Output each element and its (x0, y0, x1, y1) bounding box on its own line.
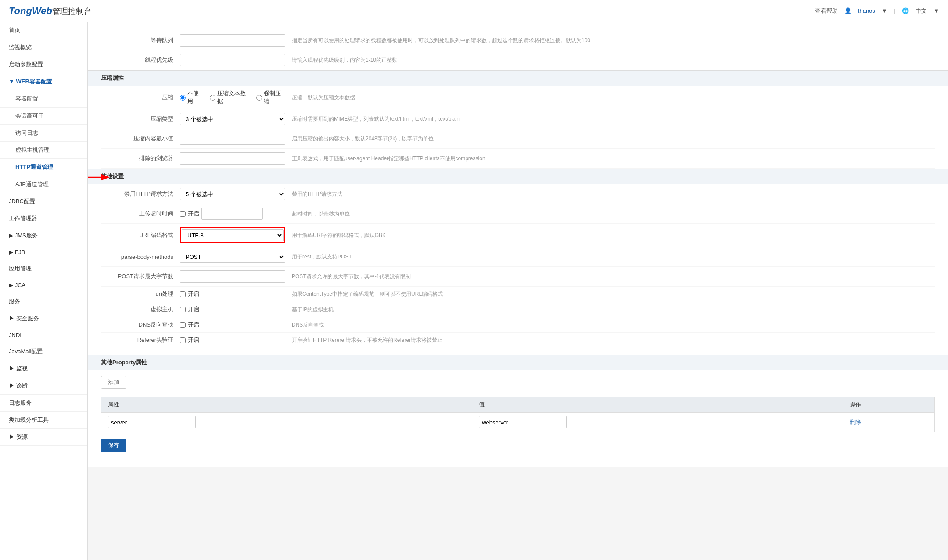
compression-radio-text-input[interactable] (210, 95, 215, 101)
sidebar-item-monitor[interactable]: 监视概览 (0, 39, 87, 56)
add-property-button[interactable]: 添加 (101, 376, 126, 389)
compression-min-row: 压缩内容最小值 启用压缩的输出内容大小，默认2048字节(2k)，以字节为单位 (101, 129, 935, 149)
value-input[interactable] (479, 416, 567, 428)
lang-dropdown-icon[interactable]: ▼ (934, 7, 939, 14)
sidebar-item-jdbc[interactable]: JDBC配置 (0, 193, 87, 210)
sidebar-item-work-manager[interactable]: 工作管理器 (0, 210, 87, 227)
compression-type-row: 压缩类型 3 个被选中 压缩时需要用到的MIME类型，列表默认为text/htm… (101, 109, 935, 129)
dns-reverse-checkbox[interactable] (180, 322, 186, 328)
sidebar-item-jms[interactable]: ▶ JMS服务 (0, 227, 87, 244)
upload-timeout-input[interactable] (201, 208, 263, 220)
user-dropdown-icon[interactable]: ▼ (882, 7, 887, 14)
sidebar-item-access-log[interactable]: 访问日志 (0, 125, 87, 142)
uri-checkbox[interactable] (180, 291, 186, 297)
sidebar-item-web-container[interactable]: ▼ WEB容器配置 (0, 73, 87, 90)
referer-desc: 开启验证HTTP Rererer请求头，不被允许的Referer请求将被禁止 (292, 337, 935, 344)
attr-input[interactable] (108, 416, 196, 428)
compression-radio-force-input[interactable] (256, 95, 262, 101)
sidebar-web-container-arrow: ▼ (9, 78, 16, 85)
upload-timeout-checkbox[interactable] (180, 211, 186, 217)
lang-label[interactable]: 中文 (916, 7, 927, 15)
virtual-host-checkbox[interactable] (180, 307, 186, 312)
username[interactable]: thanos (858, 7, 875, 14)
thread-priority-row: 线程优先级 5 请输入线程优先级级别，内容为1-10的正整数 (101, 50, 935, 70)
sidebar-resources-arrow: ▶ (9, 434, 16, 440)
sidebar-ejb-arrow: ▶ (9, 249, 15, 255)
sidebar-item-http-channel[interactable]: HTTP通道管理 (0, 159, 87, 176)
compression-label: 压缩 (101, 93, 180, 101)
content-area: 等待队列 100 指定当所有可以使用的处理请求的线程数都被使用时，可以放到处理队… (88, 22, 948, 467)
compression-type-desc: 压缩时需要用到的MIME类型，列表默认为text/html，text/xml，t… (292, 115, 935, 123)
save-button[interactable]: 保存 (101, 439, 126, 452)
referer-checkbox[interactable] (180, 337, 186, 343)
compression-row: 压缩 不使用 压缩文本数据 强制压缩 (101, 86, 935, 109)
url-encoding-control: UTF-8 (180, 227, 285, 243)
sidebar-item-jndi[interactable]: JNDI (0, 327, 87, 343)
sidebar-item-jca[interactable]: ▶ JCA (0, 277, 87, 293)
sidebar-jms-arrow: ▶ (9, 232, 15, 239)
sidebar-item-container-config[interactable]: 容器配置 (0, 90, 87, 108)
sidebar-item-startup[interactable]: 启动参数配置 (0, 56, 87, 73)
sidebar-jca-arrow: ▶ (9, 282, 15, 288)
compression-radio-force[interactable]: 强制压缩 (256, 90, 285, 105)
compression-type-label: 压缩类型 (101, 115, 180, 123)
sidebar-item-resources[interactable]: ▶ 资源 (0, 429, 87, 446)
sidebar-diag-arrow: ▶ (9, 382, 16, 389)
compression-min-input[interactable] (180, 133, 285, 145)
sidebar-item-security[interactable]: ▶ 安全服务 (0, 310, 87, 327)
lang-icon: 🌐 (902, 7, 909, 14)
thread-priority-input[interactable]: 5 (180, 54, 285, 66)
dns-reverse-desc: DNS反向查找 (292, 321, 935, 329)
waiting-queue-input[interactable]: 100 (180, 34, 285, 47)
logo: TongWeb管理控制台 (9, 5, 92, 17)
other-settings-header: 其他设置 (88, 169, 948, 184)
exclude-browser-desc: 正则表达式，用于匹配user-agent Header指定哪些HTTP clie… (292, 155, 935, 162)
sidebar-item-app-mgmt[interactable]: 应用管理 (0, 260, 87, 277)
col-value: 值 (472, 397, 843, 413)
post-max-row: POST请求最大字节数 2097152 POST请求允许的最大字节数，其中-1代… (101, 267, 935, 287)
compression-type-select[interactable]: 3 个被选中 (180, 113, 285, 125)
sidebar-item-ajp-channel[interactable]: AJP通道管理 (0, 176, 87, 193)
compression-radio-none-input[interactable] (180, 95, 186, 101)
property-table: 属性 值 操作 (101, 397, 935, 432)
sidebar-monitor-label: 监视概览 (9, 44, 32, 50)
post-max-control: 2097152 (180, 270, 285, 283)
sidebar-item-javamail[interactable]: JavaMail配置 (0, 343, 87, 360)
banned-http-select[interactable]: 5 个被选中 (180, 188, 285, 200)
compression-control: 不使用 压缩文本数据 强制压缩 (180, 90, 285, 105)
sidebar-item-diag[interactable]: ▶ 诊断 (0, 377, 87, 395)
col-action: 操作 (843, 397, 935, 413)
table-row: 删除 (101, 413, 935, 432)
sidebar-item-vhost-mgmt[interactable]: 虚拟主机管理 (0, 142, 87, 159)
exclude-browser-input[interactable] (180, 152, 285, 165)
uri-control: 开启 (180, 290, 285, 298)
compression-radio-text[interactable]: 压缩文本数据 (210, 90, 250, 105)
referer-control: 开启 (180, 336, 285, 344)
exclude-browser-control (180, 152, 285, 165)
virtual-host-row: 虚拟主机 开启 基于IP的虚拟主机 (101, 302, 935, 317)
uri-row: uri处理 开启 如果ContentType中指定了编码规范，则可以不使用URL… (101, 287, 935, 302)
compression-type-control: 3 个被选中 (180, 113, 285, 125)
sidebar-item-home[interactable]: 首页 (0, 22, 87, 39)
dns-reverse-control: 开启 (180, 321, 285, 329)
help-link[interactable]: 查看帮助 (815, 7, 838, 15)
add-button-wrapper: 添加 (101, 370, 935, 392)
sidebar-item-service[interactable]: 服务 (0, 293, 87, 310)
sidebar-item-monitor2[interactable]: ▶ 监视 (0, 360, 87, 377)
url-encoding-select[interactable]: UTF-8 (182, 229, 284, 241)
sidebar-item-log[interactable]: 日志服务 (0, 395, 87, 412)
post-max-input[interactable]: 2097152 (180, 270, 285, 283)
logo-tongweb: TongWeb (9, 5, 52, 16)
sidebar-security-arrow: ▶ (9, 315, 16, 322)
parse-body-select[interactable]: POST (180, 251, 285, 263)
sidebar-item-session-ha[interactable]: 会话高可用 (0, 108, 87, 125)
upload-timeout-row: 上传超时时间 开启 超时时间，以毫秒为单位 (101, 204, 935, 224)
sidebar-item-classloader[interactable]: 类加载分析工具 (0, 412, 87, 429)
post-max-desc: POST请求允许的最大字节数，其中-1代表没有限制 (292, 273, 935, 280)
layout: 首页 监视概览 启动参数配置 ▼ WEB容器配置 容器配置 会话高可用 访问日志… (0, 22, 948, 560)
sidebar-item-ejb[interactable]: ▶ EJB (0, 244, 87, 260)
compression-radio-group: 不使用 压缩文本数据 强制压缩 (180, 90, 285, 105)
url-encoding-desc: 用于解码URI字符的编码格式，默认GBK (292, 232, 935, 239)
compression-radio-none[interactable]: 不使用 (180, 90, 203, 105)
delete-link[interactable]: 删除 (850, 419, 861, 425)
